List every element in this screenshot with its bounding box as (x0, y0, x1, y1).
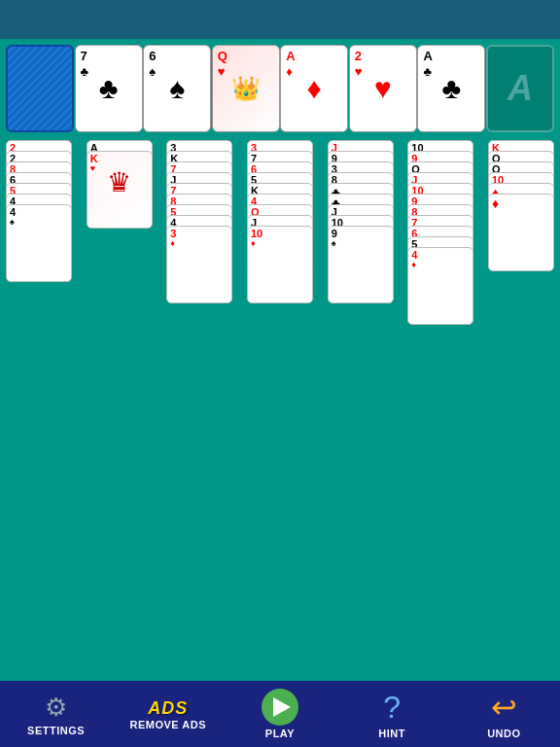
play-icon (262, 689, 298, 726)
play-button[interactable]: PLAY (241, 689, 319, 739)
undo-icon: ↩ (491, 689, 517, 726)
c5-9[interactable]: 9♠ (328, 226, 394, 303)
foundation-2[interactable]: 6♠ ♠ (143, 45, 211, 132)
column-1: 2♦ 2♠ 8♦ 6♣ 5♦ 4♠ 4♠ (6, 140, 72, 282)
column-6: 10♣ 9♦ Q♠ J♦ 10♥ 9♥ 8♥ 7♥ 6♥ 5♠ 4♦ (407, 140, 473, 325)
column-2: A♠ K♥ ♛ (87, 140, 153, 229)
column-4: 3♥ 7♠ 6♦ 5♣ K♠ 4♥ Q♥ J♣ 10♦ (247, 140, 313, 303)
remove-ads-label: REMOVE ADS (130, 719, 207, 730)
foundation-5[interactable]: 2♥ ♥ (349, 45, 417, 132)
c3-9[interactable]: 3♦ (166, 226, 232, 303)
settings-label: SETTINGS (27, 725, 85, 736)
play-label: PLAY (265, 728, 295, 739)
hint-icon: ? (383, 690, 401, 726)
column-3: 3♠ K♣ 7♥ J♠ 7♦ 8♥ 5♥ 4♣ 3♦ (166, 140, 232, 303)
foundation-3[interactable]: Q♥ 👑 (212, 45, 280, 132)
foundation-4[interactable]: A♦ ♦ (280, 45, 348, 132)
card-kh[interactable]: K♥ ♛ (87, 151, 153, 229)
c6-11[interactable]: 4♦ (407, 247, 473, 325)
foundation-1[interactable]: 7♣ ♣ (75, 45, 143, 132)
ads-icon-label: ADS (148, 698, 188, 719)
c7-6[interactable]: ♦ (488, 194, 554, 271)
undo-label: UNDO (487, 728, 520, 739)
top-row: 7♣ ♣ 6♠ ♠ Q♥ 👑 A♦ ♦ 2♥ ♥ A♣ ♣ A (4, 45, 556, 132)
column-5: J♥ 9♣ 3♣ 8♣ ♣ ♣ J♣ 10♠ 9♠ (328, 140, 394, 303)
hint-label: HINT (378, 728, 405, 739)
columns-area: 2♦ 2♠ 8♦ 6♣ 5♦ 4♠ 4♠ A♠ K♥ ♛ 3♠ K♣ 7♥ J♠… (4, 140, 556, 325)
toolbar: ⚙ SETTINGS ADS REMOVE ADS PLAY ? HINT ↩ … (0, 681, 560, 747)
foundation-6[interactable]: A♣ ♣ (417, 45, 485, 132)
undo-button[interactable]: ↩ UNDO (465, 689, 542, 739)
top-ad-bar (0, 0, 560, 39)
stock-pile[interactable] (6, 45, 74, 132)
hint-button[interactable]: ? HINT (353, 690, 431, 739)
settings-button[interactable]: ⚙ SETTINGS (18, 693, 95, 736)
column-7: K♦ Q♠ Q♣ 10♥ ♦ ♦ (488, 140, 554, 271)
game-area: 7♣ ♣ 6♠ ♠ Q♥ 👑 A♦ ♦ 2♥ ♥ A♣ ♣ A (0, 39, 560, 681)
settings-icon: ⚙ (45, 693, 67, 723)
c4-9[interactable]: 10♦ (247, 226, 313, 303)
foundation-7-empty[interactable]: A (486, 45, 554, 132)
remove-ads-button[interactable]: ADS REMOVE ADS (129, 698, 207, 730)
card-4s-2[interactable]: 4♠ (6, 204, 72, 282)
